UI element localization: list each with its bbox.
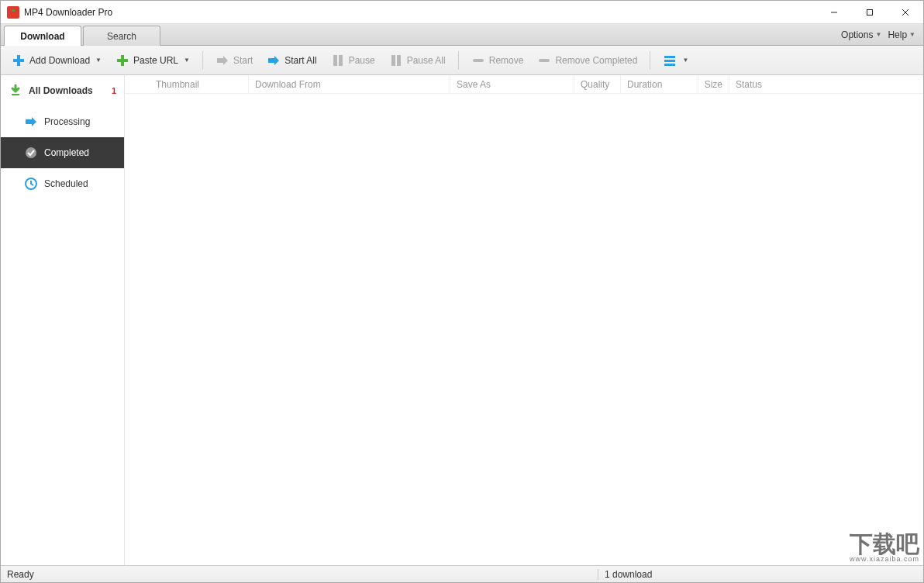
- svg-rect-5: [13, 59, 24, 62]
- svg-rect-17: [12, 94, 19, 95]
- arrow-blue-icon: [267, 53, 281, 67]
- column-headers: Thumbnail Download From Save As Quality …: [125, 75, 923, 94]
- col-download-from[interactable]: Download From: [249, 75, 450, 93]
- arrow-gray-icon: [215, 53, 229, 67]
- title-bar: MP4 Downloader Pro: [1, 1, 923, 24]
- pause-button[interactable]: Pause: [326, 51, 380, 70]
- tab-row: Download Search Options▼ Help▼: [1, 24, 923, 46]
- dropdown-icon: ▼: [909, 31, 915, 38]
- arrow-right-icon: [24, 115, 38, 129]
- svg-rect-1: [867, 9, 873, 15]
- dropdown-icon: ▼: [875, 31, 881, 38]
- svg-rect-9: [339, 55, 343, 66]
- svg-rect-8: [333, 55, 337, 66]
- sidebar-item-all-downloads[interactable]: All Downloads 1: [1, 75, 124, 106]
- minus-gray-icon: [471, 53, 485, 67]
- paste-url-label: Paste URL: [133, 55, 178, 66]
- sidebar-processing-label: Processing: [44, 116, 90, 127]
- svg-point-18: [26, 147, 36, 158]
- paste-url-button[interactable]: Paste URL ▼: [111, 51, 195, 70]
- sidebar-scheduled-label: Scheduled: [44, 178, 88, 189]
- start-all-label: Start All: [284, 55, 316, 66]
- svg-rect-11: [397, 55, 401, 66]
- pause-gray-icon: [389, 53, 403, 67]
- sidebar-item-scheduled[interactable]: Scheduled: [1, 168, 124, 199]
- window-title: MP4 Downloader Pro: [24, 7, 112, 18]
- plus-blue-icon: [12, 53, 26, 67]
- menu-help-label: Help: [888, 29, 907, 40]
- svg-rect-13: [539, 59, 550, 62]
- tab-search[interactable]: Search: [83, 26, 160, 46]
- download-list[interactable]: [125, 94, 923, 565]
- close-button[interactable]: [888, 1, 923, 24]
- sidebar-completed-label: Completed: [44, 147, 89, 158]
- view-options-button[interactable]: ▼: [658, 51, 693, 70]
- sidebar: All Downloads 1 Processing Completed Sch…: [1, 75, 125, 565]
- col-duration[interactable]: Duration: [621, 75, 698, 93]
- remove-label: Remove: [489, 55, 524, 66]
- content-area: Thumbnail Download From Save As Quality …: [125, 75, 923, 565]
- sidebar-item-completed[interactable]: Completed: [1, 137, 124, 168]
- col-quality[interactable]: Quality: [574, 75, 621, 93]
- sidebar-item-processing[interactable]: Processing: [1, 106, 124, 137]
- check-circle-icon: [24, 146, 38, 160]
- sidebar-all-downloads-label: All Downloads: [29, 85, 93, 96]
- toolbar: Add Download ▼ Paste URL ▼ Start Start A…: [1, 46, 923, 75]
- tab-download[interactable]: Download: [4, 26, 81, 46]
- minimize-button[interactable]: [816, 1, 852, 24]
- remove-completed-label: Remove Completed: [555, 55, 637, 66]
- col-size[interactable]: Size: [698, 75, 729, 93]
- pause-all-button[interactable]: Pause All: [384, 51, 450, 70]
- list-view-icon: [663, 53, 677, 67]
- status-ready: Ready: [1, 569, 40, 580]
- dropdown-icon: ▼: [184, 57, 190, 64]
- maximize-button[interactable]: [852, 1, 888, 24]
- pause-all-label: Pause All: [407, 55, 446, 66]
- remove-button[interactable]: Remove: [467, 51, 529, 70]
- svg-rect-12: [473, 59, 484, 62]
- svg-rect-16: [664, 64, 675, 66]
- toolbar-separator: [202, 51, 203, 70]
- menu-help[interactable]: Help▼: [886, 28, 917, 42]
- col-thumbnail[interactable]: Thumbnail: [125, 75, 249, 93]
- menu-options[interactable]: Options▼: [840, 28, 883, 42]
- remove-completed-button[interactable]: Remove Completed: [533, 51, 642, 70]
- app-icon: [7, 6, 19, 19]
- add-download-label: Add Download: [29, 55, 90, 66]
- start-label: Start: [233, 55, 253, 66]
- menu-options-label: Options: [841, 29, 873, 40]
- svg-rect-10: [391, 55, 395, 66]
- clock-icon: [24, 177, 38, 191]
- sidebar-badge: 1: [112, 86, 116, 95]
- dropdown-icon: ▼: [95, 57, 102, 64]
- start-all-button[interactable]: Start All: [262, 51, 321, 70]
- toolbar-separator: [458, 51, 459, 70]
- download-arrow-icon: [9, 84, 22, 98]
- pause-gray-icon: [331, 53, 345, 67]
- svg-rect-15: [664, 60, 675, 62]
- pause-label: Pause: [349, 55, 375, 66]
- col-save-as[interactable]: Save As: [450, 75, 574, 93]
- minus-gray-icon: [537, 53, 551, 67]
- toolbar-separator: [650, 51, 650, 70]
- start-button[interactable]: Start: [211, 51, 257, 70]
- svg-rect-7: [117, 59, 128, 62]
- plus-green-icon: [116, 53, 129, 67]
- svg-rect-14: [664, 56, 675, 58]
- status-count: 1 download: [598, 569, 799, 580]
- status-bar: Ready 1 download: [1, 565, 923, 582]
- col-status[interactable]: Status: [729, 75, 923, 93]
- add-download-button[interactable]: Add Download ▼: [7, 51, 106, 70]
- tab-search-label: Search: [107, 31, 136, 42]
- dropdown-icon: ▼: [682, 57, 688, 64]
- tab-download-label: Download: [20, 31, 64, 42]
